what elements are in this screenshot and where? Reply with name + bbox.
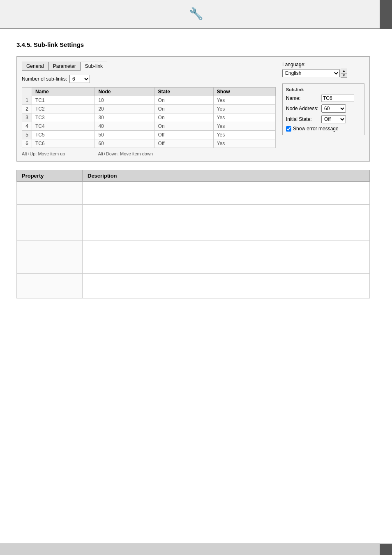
tab-general[interactable]: General xyxy=(22,62,48,71)
row-node: 30 xyxy=(95,113,154,122)
left-panel: General Parameter Sub-link Number of sub… xyxy=(22,62,276,156)
language-down-btn[interactable]: ▼ xyxy=(341,73,347,78)
row-show: Yes xyxy=(213,113,275,122)
sublinks-table: Name Node State Show 1 TC1 10 On Yes 2 T… xyxy=(22,87,276,148)
row-num: 2 xyxy=(22,105,32,113)
row-name: TC2 xyxy=(32,105,95,113)
property-cell xyxy=(17,182,83,193)
language-select-row: English ▲ ▼ xyxy=(282,69,364,78)
show-error-checkbox[interactable] xyxy=(286,126,291,132)
row-state: On xyxy=(154,113,213,122)
show-error-row: Show error message xyxy=(286,126,361,132)
language-section: Language: English ▲ ▼ xyxy=(282,62,364,78)
row-show: Yes xyxy=(213,105,275,113)
initial-state-select[interactable]: Off On xyxy=(321,115,346,123)
table-row[interactable]: 2 TC2 20 On Yes xyxy=(22,105,276,113)
sublink-group: Sub-link Name: Node Address: 60 10 20 30… xyxy=(282,83,364,135)
property-cell xyxy=(17,241,83,274)
row-num: 1 xyxy=(22,96,32,105)
description-col-header: Description xyxy=(83,170,370,182)
row-show: Yes xyxy=(213,96,275,105)
name-input[interactable] xyxy=(321,95,354,102)
table-row[interactable]: 1 TC1 10 On Yes xyxy=(22,96,276,105)
node-address-select[interactable]: 60 10 20 30 40 50 xyxy=(321,104,346,113)
row-node: 10 xyxy=(95,96,154,105)
name-label: Name: xyxy=(286,95,319,101)
row-node: 60 xyxy=(95,139,154,148)
row-name: TC6 xyxy=(32,139,95,148)
row-num: 5 xyxy=(22,131,32,139)
table-row[interactable]: 6 TC6 60 Off Yes xyxy=(22,139,276,148)
language-up-btn[interactable]: ▲ xyxy=(341,69,347,73)
footer-right-decoration xyxy=(380,544,392,555)
num-sublinks-row: Number of sub-links: 6 1 2 3 4 5 7 8 xyxy=(22,75,276,83)
header-right-decoration xyxy=(380,0,392,29)
description-cell xyxy=(83,216,370,241)
hint-up: Alt+Up: Move item up xyxy=(22,151,65,156)
col-name-header: Name xyxy=(32,88,95,96)
property-cell xyxy=(17,216,83,241)
tabs-bar: General Parameter Sub-link xyxy=(22,62,276,71)
col-num-header xyxy=(22,88,32,96)
table-row[interactable]: 3 TC3 30 On Yes xyxy=(22,113,276,122)
row-name: TC5 xyxy=(32,131,95,139)
property-row xyxy=(17,182,370,193)
initial-state-field-row: Initial State: Off On xyxy=(286,115,361,123)
tab-parameter[interactable]: Parameter xyxy=(48,62,81,71)
row-state: On xyxy=(154,96,213,105)
description-cell xyxy=(83,205,370,216)
property-col-header: Property xyxy=(17,170,83,182)
num-sublinks-select[interactable]: 6 1 2 3 4 5 7 8 xyxy=(69,75,90,83)
property-row xyxy=(17,193,370,205)
right-panel: Language: English ▲ ▼ Sub-link Name: xyxy=(282,62,364,156)
node-address-label: Node Address: xyxy=(286,106,319,111)
row-node: 40 xyxy=(95,122,154,131)
dialog-panel: General Parameter Sub-link Number of sub… xyxy=(16,56,370,162)
row-num: 6 xyxy=(22,139,32,148)
footer-bar xyxy=(0,543,392,555)
property-row xyxy=(17,216,370,241)
table-row[interactable]: 4 TC4 40 On Yes xyxy=(22,122,276,131)
page-content: 3.4.5. Sub-link Settings General Paramet… xyxy=(0,29,392,311)
section-title: 3.4.5. Sub-link Settings xyxy=(16,41,376,48)
property-table: Property Description xyxy=(16,170,370,298)
row-state: On xyxy=(154,105,213,113)
property-cell xyxy=(17,274,83,298)
row-num: 3 xyxy=(22,113,32,122)
row-show: Yes xyxy=(213,131,275,139)
language-label: Language: xyxy=(282,62,364,67)
row-num: 4 xyxy=(22,122,32,131)
table-row[interactable]: 5 TC5 50 Off Yes xyxy=(22,131,276,139)
col-node-header: Node xyxy=(95,88,154,96)
node-address-field-row: Node Address: 60 10 20 30 40 50 xyxy=(286,104,361,113)
col-show-header: Show xyxy=(213,88,275,96)
name-field-row: Name: xyxy=(286,95,361,102)
description-cell xyxy=(83,193,370,205)
description-cell xyxy=(83,241,370,274)
property-row xyxy=(17,241,370,274)
row-node: 20 xyxy=(95,105,154,113)
row-show: Yes xyxy=(213,139,275,148)
row-state: Off xyxy=(154,131,213,139)
tab-sublink[interactable]: Sub-link xyxy=(81,62,107,71)
show-error-label: Show error message xyxy=(293,126,339,132)
row-state: Off xyxy=(154,139,213,148)
description-cell xyxy=(83,274,370,298)
language-spinner[interactable]: ▲ ▼ xyxy=(341,69,347,78)
property-row xyxy=(17,274,370,298)
row-name: TC1 xyxy=(32,96,95,105)
property-cell xyxy=(17,205,83,216)
row-name: TC3 xyxy=(32,113,95,122)
property-row xyxy=(17,205,370,216)
property-cell xyxy=(17,193,83,205)
language-select[interactable]: English xyxy=(282,69,340,77)
row-show: Yes xyxy=(213,122,275,131)
initial-state-label: Initial State: xyxy=(286,116,319,122)
num-sublinks-label: Number of sub-links: xyxy=(22,76,67,82)
description-cell xyxy=(83,182,370,193)
row-node: 50 xyxy=(95,131,154,139)
hint-down: Alt+Down: Move item down xyxy=(98,151,153,156)
app-icon: 🔧 xyxy=(189,8,203,20)
row-state: On xyxy=(154,122,213,131)
col-state-header: State xyxy=(154,88,213,96)
